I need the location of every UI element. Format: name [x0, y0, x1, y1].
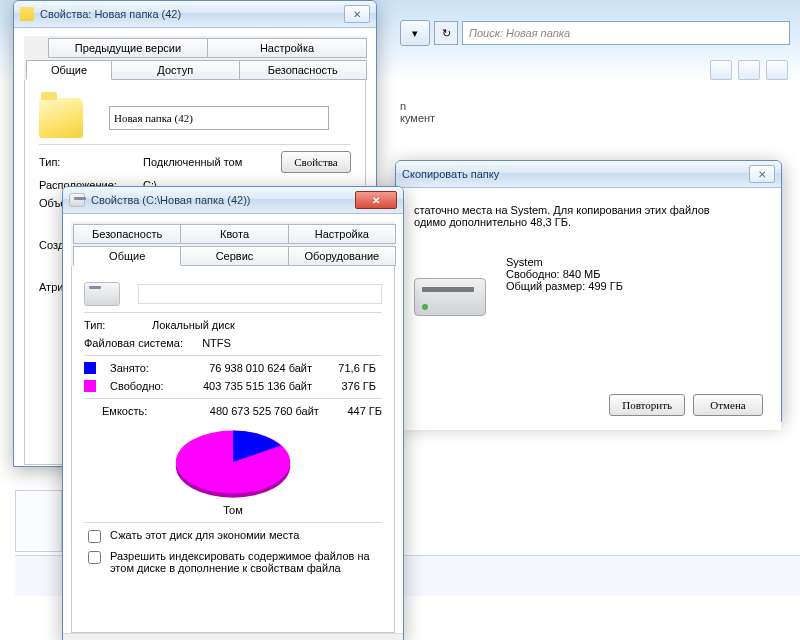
type-value: Локальный диск: [152, 319, 235, 331]
properties-button[interactable]: Свойства: [281, 151, 351, 173]
dialog-title: Свойства (C:\Новая папка (42)): [91, 194, 349, 206]
titlebar[interactable]: Скопировать папку ✕: [396, 161, 781, 188]
search-input[interactable]: Поиск: Новая папка: [462, 21, 790, 45]
tab-customize[interactable]: Настройка: [288, 224, 396, 244]
close-icon[interactable]: ✕: [344, 5, 370, 23]
dialog-title: Скопировать папку: [402, 168, 743, 180]
drive-free: Свободно: 840 МБ: [506, 268, 623, 280]
drive-icon: [69, 193, 85, 207]
capacity-gb: 447 ГБ: [327, 405, 382, 417]
free-label: Свободно:: [110, 380, 174, 392]
type-label: Тип:: [84, 319, 144, 331]
folder-tree-panel: [15, 490, 62, 552]
file-item[interactable]: n кумент: [400, 100, 435, 124]
search-placeholder: Поиск: Новая папка: [469, 27, 570, 39]
error-message-line1: статочно места на System. Для копировани…: [414, 204, 763, 216]
used-label: Занято:: [110, 362, 174, 374]
tab-customize[interactable]: Настройка: [207, 38, 367, 58]
view-mode-button[interactable]: [710, 60, 732, 80]
compress-checkbox[interactable]: Сжать этот диск для экономии места: [84, 529, 382, 546]
tab-general[interactable]: Общие: [26, 60, 112, 80]
folder-name-input[interactable]: [109, 106, 329, 130]
folder-icon: [20, 7, 34, 21]
free-gb: 376 ГБ: [320, 380, 376, 392]
nav-back-button[interactable]: ▾: [400, 20, 430, 46]
copy-folder-dialog: Скопировать папку ✕ статочно места на Sy…: [395, 160, 782, 422]
file-name-line2: кумент: [400, 112, 435, 124]
refresh-button[interactable]: ↻: [434, 21, 458, 45]
help-button[interactable]: [766, 60, 788, 80]
close-icon[interactable]: ✕: [355, 191, 397, 209]
free-color-icon: [84, 380, 96, 392]
tab-previous-versions[interactable]: Предыдущие версии: [48, 38, 208, 58]
titlebar[interactable]: Свойства (C:\Новая папка (42)) ✕: [63, 187, 403, 214]
tab-sharing[interactable]: Доступ: [111, 60, 240, 80]
used-gb: 71,6 ГБ: [320, 362, 376, 374]
volume-label-input[interactable]: [138, 284, 382, 304]
drive-name: System: [506, 256, 623, 268]
fs-label: Файловая система:: [84, 337, 183, 349]
tab-security[interactable]: Безопасность: [73, 224, 181, 244]
fs-value: NTFS: [202, 337, 231, 349]
drive-properties-dialog: Свойства (C:\Новая папка (42)) ✕ Безопас…: [62, 186, 404, 640]
folder-icon: [39, 98, 83, 138]
used-color-icon: [84, 362, 96, 374]
retry-button[interactable]: Повторить: [609, 394, 685, 416]
dialog-title: Свойства: Новая папка (42): [40, 8, 338, 20]
tab-security[interactable]: Безопасность: [239, 60, 368, 80]
cancel-button[interactable]: Отмена: [693, 394, 763, 416]
index-checkbox[interactable]: Разрешить индексировать содержимое файло…: [84, 550, 382, 574]
drive-icon: [84, 282, 120, 306]
titlebar[interactable]: Свойства: Новая папка (42) ✕: [14, 1, 376, 28]
tab-general[interactable]: Общие: [73, 246, 181, 266]
close-icon[interactable]: ✕: [749, 165, 775, 183]
disk-usage-pie-chart: [168, 425, 298, 500]
used-bytes: 76 938 010 624 байт: [182, 362, 312, 374]
type-label: Тип:: [39, 156, 135, 168]
file-name-line1: n: [400, 100, 435, 112]
tab-hardware[interactable]: Оборудование: [288, 246, 396, 266]
free-bytes: 403 735 515 136 байт: [182, 380, 312, 392]
tab-quota[interactable]: Квота: [180, 224, 288, 244]
preview-pane-button[interactable]: [738, 60, 760, 80]
drive-graphic: [414, 250, 484, 326]
type-value: Подключенный том: [143, 156, 273, 168]
drive-total: Общий размер: 499 ГБ: [506, 280, 623, 292]
tab-tools[interactable]: Сервис: [180, 246, 288, 266]
error-message-line2: одимо дополнительно 48,3 ГБ.: [414, 216, 763, 228]
